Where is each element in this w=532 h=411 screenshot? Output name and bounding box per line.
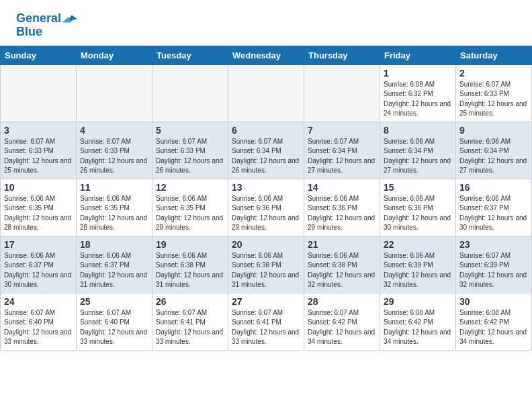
day-number: 17 [4,239,73,250]
day-number: 16 [459,182,528,193]
calendar-cell: 26Sunrise: 6:07 AMSunset: 6:41 PMDayligh… [152,293,228,350]
calendar-cell: 21Sunrise: 6:06 AMSunset: 6:38 PMDayligh… [304,236,380,293]
day-number: 20 [232,239,300,250]
day-number: 4 [80,125,148,136]
day-info: Sunrise: 6:06 AMSunset: 6:36 PMDaylight:… [232,194,300,233]
calendar-cell: 1Sunrise: 6:08 AMSunset: 6:32 PMDaylight… [380,64,456,122]
day-info: Sunrise: 6:06 AMSunset: 6:35 PMDaylight:… [156,194,224,233]
day-info: Sunrise: 6:07 AMSunset: 6:42 PMDaylight:… [308,308,376,347]
calendar-cell [304,64,380,122]
calendar-cell: 28Sunrise: 6:07 AMSunset: 6:42 PMDayligh… [304,293,380,350]
calendar-cell: 2Sunrise: 6:07 AMSunset: 6:33 PMDaylight… [456,64,532,122]
day-info: Sunrise: 6:07 AMSunset: 6:41 PMDaylight:… [156,308,224,347]
col-header-sunday: Sunday [1,46,77,64]
day-number: 28 [308,296,376,307]
day-info: Sunrise: 6:06 AMSunset: 6:34 PMDaylight:… [384,137,452,176]
calendar-cell: 30Sunrise: 6:08 AMSunset: 6:42 PMDayligh… [456,293,532,350]
day-info: Sunrise: 6:08 AMSunset: 6:42 PMDaylight:… [384,308,452,347]
day-number: 11 [80,182,148,193]
day-number: 10 [4,182,73,193]
week-row-2: 3Sunrise: 6:07 AMSunset: 6:33 PMDaylight… [1,122,532,179]
calendar-cell: 17Sunrise: 6:06 AMSunset: 6:37 PMDayligh… [1,236,77,293]
day-number: 22 [384,239,452,250]
day-number: 25 [80,296,148,307]
calendar-cell [1,64,77,122]
day-number: 21 [308,239,376,250]
calendar-cell: 20Sunrise: 6:06 AMSunset: 6:38 PMDayligh… [228,236,304,293]
calendar-cell: 13Sunrise: 6:06 AMSunset: 6:36 PMDayligh… [228,179,304,236]
day-info: Sunrise: 6:06 AMSunset: 6:38 PMDaylight:… [308,251,376,290]
day-number: 12 [156,182,224,193]
col-header-wednesday: Wednesday [228,46,304,64]
day-info: Sunrise: 6:06 AMSunset: 6:36 PMDaylight:… [308,194,376,233]
day-info: Sunrise: 6:07 AMSunset: 6:34 PMDaylight:… [308,137,376,176]
calendar-cell: 16Sunrise: 6:06 AMSunset: 6:37 PMDayligh… [456,179,532,236]
col-header-friday: Friday [380,46,456,64]
day-number: 15 [384,182,452,193]
day-info: Sunrise: 6:07 AMSunset: 6:33 PMDaylight:… [4,137,73,176]
day-info: Sunrise: 6:06 AMSunset: 6:34 PMDaylight:… [459,137,528,176]
day-number: 2 [459,68,528,79]
day-number: 1 [384,68,452,79]
calendar-header-row: SundayMondayTuesdayWednesdayThursdayFrid… [1,46,532,64]
calendar-cell: 10Sunrise: 6:06 AMSunset: 6:35 PMDayligh… [1,179,77,236]
calendar-cell: 12Sunrise: 6:06 AMSunset: 6:35 PMDayligh… [152,179,228,236]
day-number: 19 [156,239,224,250]
day-info: Sunrise: 6:06 AMSunset: 6:36 PMDaylight:… [384,194,452,233]
day-info: Sunrise: 6:07 AMSunset: 6:33 PMDaylight:… [156,137,224,176]
day-number: 6 [232,125,300,136]
day-info: Sunrise: 6:06 AMSunset: 6:39 PMDaylight:… [384,251,452,290]
week-row-4: 17Sunrise: 6:06 AMSunset: 6:37 PMDayligh… [1,236,532,293]
calendar-cell: 22Sunrise: 6:06 AMSunset: 6:39 PMDayligh… [380,236,456,293]
day-number: 18 [80,239,148,250]
day-info: Sunrise: 6:07 AMSunset: 6:34 PMDaylight:… [232,137,300,176]
day-info: Sunrise: 6:07 AMSunset: 6:40 PMDaylight:… [80,308,148,347]
day-info: Sunrise: 6:07 AMSunset: 6:40 PMDaylight:… [4,308,73,347]
calendar-cell: 27Sunrise: 6:07 AMSunset: 6:41 PMDayligh… [228,293,304,350]
calendar-cell: 11Sunrise: 6:06 AMSunset: 6:35 PMDayligh… [77,179,152,236]
calendar-cell: 23Sunrise: 6:07 AMSunset: 6:39 PMDayligh… [456,236,532,293]
day-number: 5 [156,125,224,136]
day-info: Sunrise: 6:06 AMSunset: 6:35 PMDaylight:… [4,194,73,233]
day-info: Sunrise: 6:06 AMSunset: 6:38 PMDaylight:… [232,251,300,290]
calendar-cell [152,64,228,122]
header: General Blue [0,0,532,46]
day-number: 9 [459,125,528,136]
day-number: 29 [384,296,452,307]
col-header-monday: Monday [77,46,152,64]
calendar-cell [77,64,152,122]
day-info: Sunrise: 6:08 AMSunset: 6:42 PMDaylight:… [459,308,528,347]
day-number: 23 [459,239,528,250]
calendar-cell: 25Sunrise: 6:07 AMSunset: 6:40 PMDayligh… [77,293,152,350]
col-header-saturday: Saturday [456,46,532,64]
calendar-cell: 14Sunrise: 6:06 AMSunset: 6:36 PMDayligh… [304,179,380,236]
logo: General Blue [16,12,77,39]
calendar-cell: 9Sunrise: 6:06 AMSunset: 6:34 PMDaylight… [456,122,532,179]
calendar-cell: 15Sunrise: 6:06 AMSunset: 6:36 PMDayligh… [380,179,456,236]
calendar-cell: 7Sunrise: 6:07 AMSunset: 6:34 PMDaylight… [304,122,380,179]
calendar: SundayMondayTuesdayWednesdayThursdayFrid… [0,46,532,351]
calendar-cell: 24Sunrise: 6:07 AMSunset: 6:40 PMDayligh… [1,293,77,350]
day-info: Sunrise: 6:06 AMSunset: 6:37 PMDaylight:… [80,251,148,290]
calendar-cell: 5Sunrise: 6:07 AMSunset: 6:33 PMDaylight… [152,122,228,179]
calendar-cell: 19Sunrise: 6:06 AMSunset: 6:38 PMDayligh… [152,236,228,293]
day-info: Sunrise: 6:06 AMSunset: 6:37 PMDaylight:… [459,194,528,233]
calendar-cell: 29Sunrise: 6:08 AMSunset: 6:42 PMDayligh… [380,293,456,350]
day-number: 27 [232,296,300,307]
col-header-tuesday: Tuesday [152,46,228,64]
calendar-cell: 18Sunrise: 6:06 AMSunset: 6:37 PMDayligh… [77,236,152,293]
day-number: 24 [4,296,73,307]
day-info: Sunrise: 6:06 AMSunset: 6:38 PMDaylight:… [156,251,224,290]
day-number: 7 [308,125,376,136]
day-info: Sunrise: 6:07 AMSunset: 6:33 PMDaylight:… [459,80,528,119]
day-number: 26 [156,296,224,307]
day-info: Sunrise: 6:07 AMSunset: 6:33 PMDaylight:… [80,137,148,176]
calendar-cell: 8Sunrise: 6:06 AMSunset: 6:34 PMDaylight… [380,122,456,179]
logo-text: General Blue [16,12,77,39]
day-number: 3 [4,125,73,136]
day-info: Sunrise: 6:06 AMSunset: 6:37 PMDaylight:… [4,251,73,290]
week-row-3: 10Sunrise: 6:06 AMSunset: 6:35 PMDayligh… [1,179,532,236]
calendar-cell: 6Sunrise: 6:07 AMSunset: 6:34 PMDaylight… [228,122,304,179]
day-info: Sunrise: 6:08 AMSunset: 6:32 PMDaylight:… [384,80,452,119]
day-number: 14 [308,182,376,193]
